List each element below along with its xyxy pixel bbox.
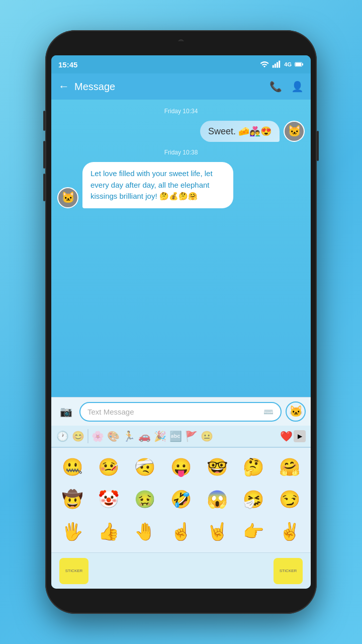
network-label: 4G [284,61,292,67]
emoji-tongue[interactable]: 😛 [164,452,198,482]
contact-icon[interactable]: 👤 [291,80,304,93]
emoji-backhand[interactable]: 🤚 [128,516,162,546]
sticker-right[interactable]: STICKER [274,558,303,584]
timestamp-1: Friday 10:34 [57,108,305,115]
emoji-peace[interactable]: ✌️ [273,516,307,546]
status-bar: 15:45 4G [51,55,311,73]
svg-rect-1 [275,64,276,68]
celebration-icon[interactable]: 🎉 [154,430,166,442]
emoji-rofl[interactable]: 🤣 [164,484,198,514]
emoji-zip[interactable]: 🤐 [55,452,89,482]
timestamp-2: Friday 10:38 [57,149,305,156]
incoming-avatar: 🐱 [57,187,78,208]
emoji-row-2: 🤠 🤡 🤢 🤣 😱 🤧 😏 [54,484,308,514]
incoming-bubble: Let love filled with your sweet life, le… [82,162,233,208]
svg-rect-0 [273,65,274,68]
signal-icon [272,60,281,69]
emoji-smirk[interactable]: 😏 [273,484,307,514]
camera-button[interactable]: 📷 [56,402,75,421]
emoji-sick[interactable]: 🤒 [92,452,126,482]
face2-icon[interactable]: 😐 [201,430,213,442]
incoming-text: Let love filled with your sweet life, le… [90,169,213,200]
emoji-hug[interactable]: 🤗 [273,452,307,482]
more-icon[interactable]: ▶ [294,430,306,442]
title-bar: ← Message 📞 👤 [51,73,311,100]
flower-icon[interactable]: 🌸 [92,430,104,442]
text-message-input[interactable]: Text Message ⌨️ [79,402,282,422]
food-icon[interactable]: 🎨 [107,430,120,442]
send-avatar[interactable]: 🐱 [286,401,306,422]
emoji-nerd[interactable]: 🤓 [200,452,234,482]
emoji-point[interactable]: ☝️ [164,516,198,546]
message-row-outgoing: Sweet. 🧀👩‍❤️‍👨😍 🐱 [57,121,305,142]
page-title: Message [74,81,115,93]
emoji-thumbsup[interactable]: 👍 [92,516,126,546]
keyboard-icon: ⌨️ [263,407,274,417]
face-icon[interactable]: 😊 [72,430,84,442]
outgoing-bubble: Sweet. 🧀👩‍❤️‍👨😍 [200,121,280,142]
title-actions: 📞 👤 [269,80,304,93]
emoji-shocked[interactable]: 😱 [200,484,234,514]
phone-screen: 15:45 4G [51,55,311,589]
svg-rect-2 [277,62,278,68]
emoji-horns[interactable]: 🤘 [200,516,234,546]
input-area: 📷 Text Message ⌨️ 🐱 [51,397,311,426]
emoji-toolbar: 🕐 😊 🌸 🎨 🏃 🚗 🎉 🔤 🚩 😐 ❤️ ▶ [51,426,311,448]
emoji-row-1: 🤐 🤒 🤕 😛 🤓 🤔 🤗 [54,452,308,482]
silent-button [43,174,45,201]
sticker-left[interactable]: STICKER [59,558,88,584]
volume-down-button [43,141,45,169]
title-left: ← Message [58,80,115,93]
svg-rect-6 [296,63,302,66]
emoji-bandage[interactable]: 🤕 [128,452,162,482]
sticker-right-label: STICKER [280,569,297,573]
emoji-sneeze[interactable]: 🤧 [236,484,270,514]
phone-icon[interactable]: 📞 [269,80,282,93]
svg-rect-3 [279,61,280,68]
emoji-hand[interactable]: 🖐 [55,516,89,546]
emoji-nausea[interactable]: 🤢 [128,484,162,514]
phone-frame: 15:45 4G [45,30,317,614]
emoji-clown[interactable]: 🤡 [92,484,126,514]
outgoing-avatar: 🐱 [284,121,305,142]
emoji-rightpoint[interactable]: 👉 [236,516,270,546]
emoji-thinking[interactable]: 🤔 [236,452,270,482]
activity-icon[interactable]: 🏃 [123,430,135,442]
message-row-incoming: 🐱 Let love filled with your sweet life, … [57,162,305,208]
back-button[interactable]: ← [58,80,69,93]
recent-icon[interactable]: 🕐 [56,430,69,442]
sticker-bar: STICKER STICKER [51,552,311,589]
chat-area: Friday 10:34 Sweet. 🧀👩‍❤️‍👨😍 🐱 Friday 10… [51,100,311,397]
emoji-row-3: 🖐 👍 🤚 ☝️ 🤘 👉 ✌️ [54,516,308,546]
power-button [317,131,319,161]
wifi-icon [260,60,269,69]
outgoing-text: Sweet. 🧀👩‍❤️‍👨😍 [208,126,272,137]
emoji-grid: 🤐 🤒 🤕 😛 🤓 🤔 🤗 🤠 🤡 🤢 🤣 😱 🤧 😏 🖐 👍 [51,448,311,552]
heart-icon: ❤️ [280,430,293,442]
input-placeholder: Text Message [87,408,134,416]
sticker-left-label: STICKER [65,569,83,573]
flag-icon[interactable]: 🚩 [185,430,198,442]
status-time: 15:45 [58,60,77,69]
symbols-icon[interactable]: 🔤 [169,430,182,442]
vehicle-icon[interactable]: 🚗 [138,430,151,442]
battery-icon [295,60,304,69]
svg-rect-5 [302,63,303,65]
speaker [170,41,192,45]
volume-up-button [43,111,45,131]
heart-area: ❤️ ▶ [280,430,306,442]
status-icons: 4G [260,60,304,69]
toolbar-divider [87,429,88,443]
emoji-cowboy[interactable]: 🤠 [55,484,89,514]
